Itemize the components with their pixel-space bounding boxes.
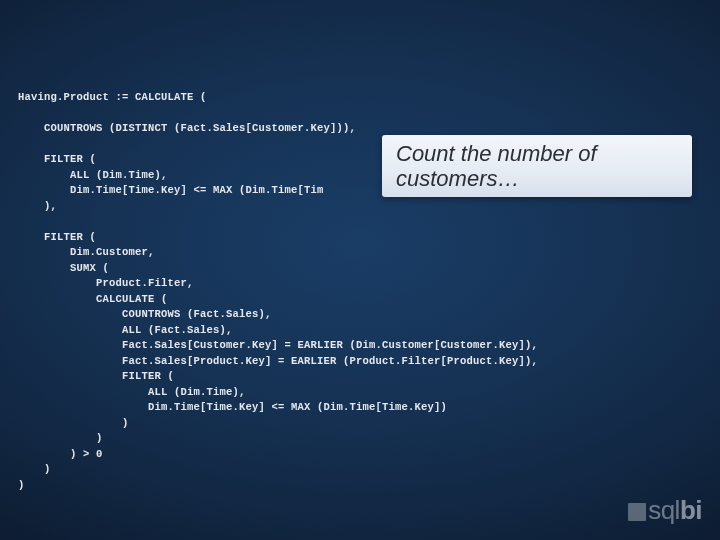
logo-square-icon xyxy=(628,503,646,521)
sqlbi-logo: sqlbi xyxy=(628,495,702,526)
callout-text: Count the number of customers… xyxy=(396,141,597,192)
logo-part1: sql xyxy=(648,495,680,526)
callout-box: Count the number of customers… xyxy=(382,135,692,197)
logo-part2: bi xyxy=(680,495,702,526)
